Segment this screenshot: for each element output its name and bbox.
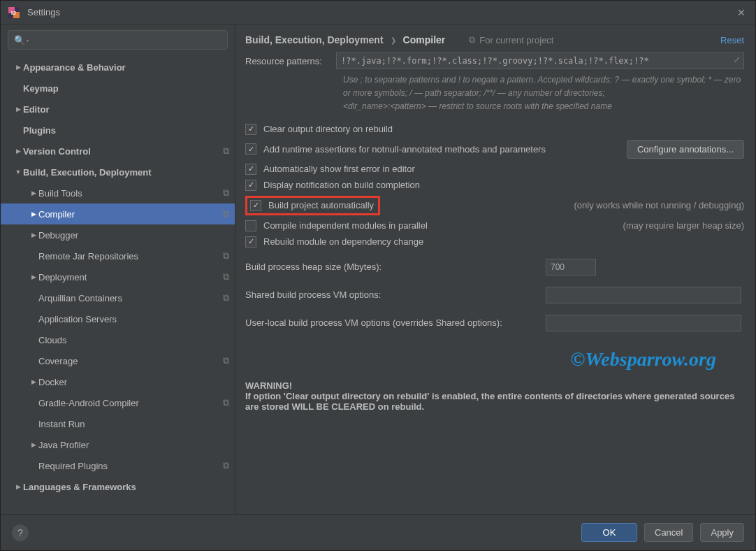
sidebar-item-java-profiler[interactable]: ▶Java Profiler bbox=[1, 434, 235, 455]
resource-hint: Use ; to separate patterns and ! to nega… bbox=[343, 73, 744, 114]
sidebar-item-label: Compiler bbox=[38, 209, 220, 220]
shared-vm-input[interactable] bbox=[546, 287, 741, 303]
display-notification-label: Display notification on build completion bbox=[263, 180, 420, 190]
show-first-error-checkbox[interactable] bbox=[245, 164, 256, 175]
sidebar-item-gradle-android-compiler[interactable]: Gradle-Android Compiler⧉ bbox=[1, 392, 235, 413]
app-icon: IJ bbox=[8, 6, 20, 19]
watermark: ©Websparrow.org bbox=[245, 348, 716, 371]
search-input[interactable]: 🔍 ▾ bbox=[8, 30, 228, 50]
build-auto-label: Build project automatically bbox=[268, 200, 374, 210]
chevron-right-icon: ▶ bbox=[13, 148, 23, 155]
window-title: Settings bbox=[27, 7, 734, 17]
reset-link[interactable]: Reset bbox=[720, 35, 744, 45]
user-vm-input[interactable] bbox=[546, 315, 741, 331]
sidebar-item-label: Appearance & Behavior bbox=[23, 62, 229, 73]
sidebar-item-label: Build Tools bbox=[38, 188, 220, 199]
heap-size-label: Build process heap size (Mbytes): bbox=[245, 262, 546, 272]
build-auto-note: (only works while not running / debuggin… bbox=[574, 200, 744, 210]
search-icon: 🔍 bbox=[14, 35, 25, 45]
sidebar-item-label: Arquillian Containers bbox=[38, 293, 220, 303]
sidebar-item-label: Plugins bbox=[23, 125, 229, 136]
project-icon: ⧉ bbox=[223, 208, 229, 220]
warning-block: WARNING! If option 'Clear output directo… bbox=[245, 380, 744, 412]
runtime-assertions-label: Add runtime assertions for notnull-annot… bbox=[263, 144, 546, 155]
help-icon[interactable]: ? bbox=[12, 524, 29, 541]
compile-parallel-checkbox[interactable] bbox=[245, 220, 256, 231]
sidebar-item-coverage[interactable]: Coverage⧉ bbox=[1, 350, 235, 371]
chevron-down-icon: ▾ bbox=[27, 38, 29, 43]
sidebar-item-docker[interactable]: ▶Docker bbox=[1, 371, 235, 392]
sidebar-item-build-tools[interactable]: ▶Build Tools⧉ bbox=[1, 183, 235, 203]
chevron-right-icon: ▶ bbox=[29, 441, 38, 448]
sidebar-item-arquillian-containers[interactable]: Arquillian Containers⧉ bbox=[1, 287, 235, 308]
sidebar-item-instant-run[interactable]: Instant Run bbox=[1, 413, 235, 434]
sidebar-item-label: Debugger bbox=[38, 230, 229, 241]
chevron-right-icon: ▶ bbox=[13, 483, 23, 490]
project-icon: ⧉ bbox=[469, 34, 475, 45]
cancel-button[interactable]: Cancel bbox=[644, 523, 693, 542]
sidebar-item-label: Instant Run bbox=[38, 419, 229, 429]
chevron-right-icon: ▶ bbox=[29, 273, 38, 280]
expand-icon[interactable]: ⤢ bbox=[734, 55, 740, 64]
configure-annotations-button[interactable]: Configure annotations... bbox=[627, 140, 744, 159]
chevron-right-icon: ▶ bbox=[13, 64, 23, 71]
heap-size-input[interactable] bbox=[546, 259, 596, 276]
project-icon: ⧉ bbox=[223, 355, 229, 366]
sidebar-item-deployment[interactable]: ▶Deployment⧉ bbox=[1, 266, 235, 287]
sidebar-item-label: Coverage bbox=[38, 356, 220, 366]
sidebar-item-appearance-behavior[interactable]: ▶Appearance & Behavior bbox=[1, 57, 235, 78]
compile-parallel-note: (may require larger heap size) bbox=[623, 220, 744, 231]
breadcrumb-b: Compiler bbox=[403, 34, 446, 45]
sidebar-item-label: Gradle-Android Compiler bbox=[38, 398, 220, 408]
project-icon: ⧉ bbox=[223, 271, 229, 282]
sidebar-item-label: Keymap bbox=[23, 83, 229, 94]
resource-patterns-label: Resource patterns: bbox=[245, 56, 336, 66]
warning-title: WARNING! bbox=[245, 380, 744, 391]
rebuild-dep-checkbox[interactable] bbox=[245, 236, 256, 248]
sidebar-item-label: Remote Jar Repositories bbox=[38, 251, 220, 262]
sidebar-item-required-plugins[interactable]: Required Plugins⧉ bbox=[1, 455, 235, 476]
project-icon: ⧉ bbox=[223, 397, 229, 408]
sidebar-item-label: Clouds bbox=[38, 335, 229, 345]
resource-patterns-input[interactable] bbox=[336, 52, 744, 69]
settings-tree: ▶Appearance & BehaviorKeymap▶EditorPlugi… bbox=[1, 55, 235, 514]
display-notification-checkbox[interactable] bbox=[245, 180, 256, 191]
build-auto-highlight: Build project automatically bbox=[245, 196, 380, 215]
sidebar-item-label: Editor bbox=[23, 104, 229, 115]
ok-button[interactable]: OK bbox=[581, 523, 637, 542]
sidebar-item-application-servers[interactable]: Application Servers bbox=[1, 308, 235, 329]
apply-button[interactable]: Apply bbox=[700, 523, 744, 542]
sidebar-item-version-control[interactable]: ▶Version Control⧉ bbox=[1, 141, 235, 162]
breadcrumb-a[interactable]: Build, Execution, Deployment bbox=[245, 34, 384, 45]
sidebar-item-label: Docker bbox=[38, 377, 229, 387]
compile-parallel-label: Compile independent modules in parallel bbox=[263, 220, 428, 231]
sidebar-item-build-execution-deployment[interactable]: ▼Build, Execution, Deployment bbox=[1, 162, 235, 183]
chevron-down-icon: ▼ bbox=[13, 169, 23, 176]
sidebar-item-label: Required Plugins bbox=[38, 461, 220, 471]
sidebar-item-keymap[interactable]: Keymap bbox=[1, 78, 235, 99]
sidebar-item-label: Build, Execution, Deployment bbox=[23, 167, 229, 178]
sidebar-item-editor[interactable]: ▶Editor bbox=[1, 99, 235, 120]
chevron-right-icon: ▶ bbox=[29, 231, 38, 238]
shared-vm-label: Shared build process VM options: bbox=[245, 289, 546, 300]
for-project-label: ⧉ For current project bbox=[466, 34, 553, 45]
sidebar-item-languages-frameworks[interactable]: ▶Languages & Frameworks bbox=[1, 476, 235, 497]
sidebar-item-plugins[interactable]: Plugins bbox=[1, 120, 235, 141]
sidebar-item-clouds[interactable]: Clouds bbox=[1, 329, 235, 350]
sidebar-item-label: Languages & Frameworks bbox=[23, 482, 229, 492]
chevron-right-icon: ▶ bbox=[13, 106, 23, 113]
chevron-right-icon: ▶ bbox=[29, 378, 38, 385]
sidebar-item-remote-jar-repositories[interactable]: Remote Jar Repositories⧉ bbox=[1, 245, 235, 266]
sidebar-item-label: Application Servers bbox=[38, 314, 229, 324]
titlebar: IJ Settings ✕ bbox=[1, 1, 755, 24]
clear-output-checkbox[interactable] bbox=[245, 124, 256, 135]
runtime-assertions-checkbox[interactable] bbox=[245, 143, 256, 155]
sidebar-item-label: Version Control bbox=[23, 146, 220, 157]
close-icon[interactable]: ✕ bbox=[734, 7, 748, 18]
footer: ? OK Cancel Apply bbox=[1, 514, 755, 550]
sidebar-item-label: Deployment bbox=[38, 272, 220, 282]
sidebar-item-debugger[interactable]: ▶Debugger bbox=[1, 224, 235, 245]
show-first-error-label: Automatically show first error in editor bbox=[263, 164, 415, 174]
sidebar-item-compiler[interactable]: ▶Compiler⧉ bbox=[1, 203, 235, 224]
build-auto-checkbox[interactable] bbox=[250, 200, 261, 211]
